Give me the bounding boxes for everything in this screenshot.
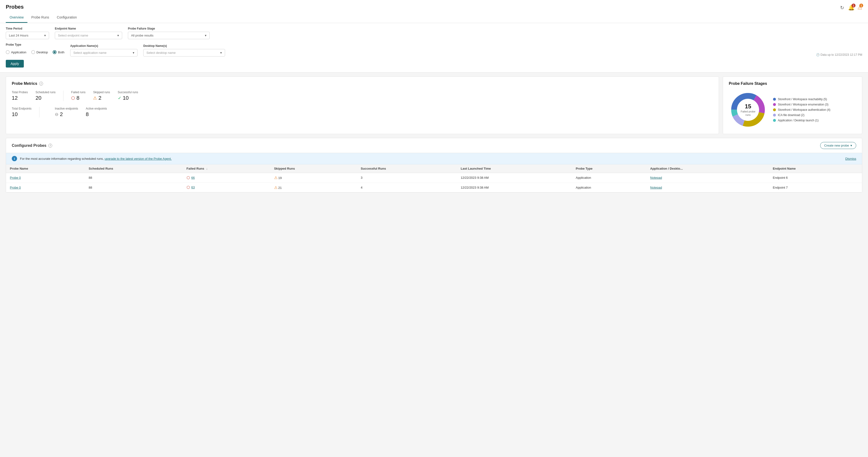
time-period-value: Last 24 Hours: [9, 34, 28, 37]
th-probe-type[interactable]: Probe Type: [572, 164, 646, 173]
app-desktop-link-1[interactable]: Notepad: [650, 186, 662, 189]
probe-failure-stage-label: Probe Failure Stage: [128, 27, 210, 30]
desktop-names-chevron: ▾: [220, 51, 222, 55]
configured-probes-title: Configured Probes: [12, 143, 46, 148]
scheduled-runs-value: 20: [36, 95, 56, 101]
probe-failure-card: Probe Failure Stages: [723, 76, 862, 134]
application-names-select[interactable]: Select application name ▾: [70, 49, 137, 57]
radio-desktop[interactable]: Desktop: [31, 50, 48, 54]
time-period-label: Time Period: [6, 27, 49, 30]
th-last-launched[interactable]: Last Launched Time: [457, 164, 572, 173]
time-period-select[interactable]: Last 24 Hours ▾: [6, 32, 49, 39]
create-probe-button[interactable]: Create new probe ▾: [820, 142, 856, 149]
failed-runs-icon-1: ⬡: [187, 185, 190, 190]
refresh-button[interactable]: ↻: [839, 4, 845, 11]
radio-desktop-label: Desktop: [36, 51, 48, 54]
endpoint-name-chevron: ▾: [117, 34, 119, 37]
skipped-runs-icon-1: ⚠: [274, 186, 277, 190]
nav-tabs: Overview Probe Runs Configuration: [6, 13, 862, 23]
cell-failed-runs-1: ⬡ 63: [183, 183, 270, 192]
th-endpoint-name[interactable]: Endpoint Name: [769, 164, 862, 173]
app-desktop-link-0[interactable]: Notepad: [650, 176, 662, 179]
metrics-stats-row2: Total Endpoints 10 Inactive endpoints ⊖ …: [12, 107, 713, 118]
legend-item-4: Application / Desktop launch (1): [773, 119, 831, 122]
stat-failed-runs: Failed runs ⬡ 8: [71, 91, 85, 101]
cell-skipped-runs-1: ⚠ 21: [270, 183, 357, 192]
stat-group-endpoints: Total Endpoints 10: [12, 107, 39, 118]
legend-item-2: Storefront / Workspace authentication (4…: [773, 108, 831, 111]
inactive-endpoints-label: Inactive endpoints: [55, 107, 78, 110]
inactive-icon: ⊖: [55, 112, 58, 117]
probe-metrics-info-icon[interactable]: i: [39, 82, 43, 86]
th-failed-runs[interactable]: Failed Runs ↓: [183, 164, 270, 173]
desktop-names-select[interactable]: Select desktop name ▾: [143, 49, 225, 57]
notifications-badge[interactable]: 🔔 1: [848, 5, 855, 11]
legend-dot-1: [773, 103, 776, 106]
tab-overview[interactable]: Overview: [6, 13, 27, 23]
metrics-row: Probe Metrics i Total Probes 12 Schedule…: [6, 76, 862, 134]
probe-failure-stage-select[interactable]: All probe results ▾: [128, 32, 210, 39]
info-banner-dismiss[interactable]: Dismiss: [845, 157, 857, 161]
content-area: Probe Metrics i Total Probes 12 Schedule…: [0, 72, 868, 197]
th-scheduled-runs[interactable]: Scheduled Runs: [85, 164, 183, 173]
inactive-endpoints-value: ⊖ 2: [55, 111, 78, 118]
desktop-names-label: Desktop Name(s): [143, 44, 225, 47]
info-banner-link[interactable]: upgrade to the latest version of the Pro…: [104, 157, 172, 161]
cell-probe-name-1: Probe 0: [6, 183, 85, 192]
tab-probe-runs[interactable]: Probe Runs: [27, 13, 53, 23]
radio-both[interactable]: Both: [53, 50, 64, 54]
th-probe-name[interactable]: Probe Name: [6, 164, 85, 173]
radio-application[interactable]: Application: [6, 50, 26, 54]
application-names-label: Application Name(s): [70, 44, 137, 47]
clock-icon: 🕐: [816, 53, 820, 57]
legend-label-1: Storefront / Workspace enumeration (3): [778, 103, 829, 106]
configured-probes-info-icon[interactable]: i: [48, 144, 52, 148]
apply-button[interactable]: Apply: [6, 60, 24, 67]
donut-label: Failed probe runs: [738, 110, 757, 117]
probe-name-link-0[interactable]: Probe 0: [10, 176, 21, 179]
cell-successful-runs-1: 4: [357, 183, 457, 192]
successful-runs-value: ✓ 10: [118, 95, 138, 101]
endpoint-name-placeholder: Select endpoint name: [58, 34, 88, 37]
probe-name-link-1[interactable]: Probe 0: [10, 186, 21, 189]
donut-chart: 15 Failed probe runs: [729, 91, 767, 129]
cell-scheduled-runs-0: 88: [85, 173, 183, 183]
table-row: Probe 0 88 ⬡ 63 ⚠ 21 4 12/22/2023 9:38 A…: [6, 183, 862, 192]
failed-runs-link-0[interactable]: 66: [191, 176, 195, 179]
skipped-icon: ⚠: [93, 95, 97, 101]
create-probe-chevron: ▾: [850, 144, 852, 147]
stat-scheduled-runs: Scheduled runs 20: [36, 91, 56, 101]
endpoint-name-filter: Endpoint Name Select endpoint name ▾: [55, 27, 122, 39]
probe-type-radio-group: Application Desktop Both: [6, 48, 64, 57]
endpoint-name-label: Endpoint Name: [55, 27, 122, 30]
time-period-filter: Time Period Last 24 Hours ▾: [6, 27, 49, 39]
scheduled-runs-label: Scheduled runs: [36, 91, 56, 94]
legend-item-3: ICA file download (2): [773, 113, 831, 117]
endpoint-name-select[interactable]: Select endpoint name ▾: [55, 32, 122, 39]
th-probe-type-label: Probe Type: [576, 167, 593, 170]
th-app-desktop[interactable]: Application / Deskto...: [646, 164, 769, 173]
tab-configuration[interactable]: Configuration: [53, 13, 81, 23]
section-header: Configured Probes i Create new probe ▾: [6, 138, 862, 153]
sort-icon-failed: ↓: [206, 167, 208, 170]
failed-runs-link-1[interactable]: 63: [191, 186, 195, 189]
cell-scheduled-runs-1: 88: [85, 183, 183, 192]
probe-metrics-title: Probe Metrics i: [12, 81, 713, 86]
application-names-filter: Application Name(s) Select application n…: [70, 44, 137, 57]
th-skipped-runs[interactable]: Skipped Runs: [270, 164, 357, 173]
skipped-runs-label: Skipped runs: [93, 91, 110, 94]
table-container: Probe Name Scheduled Runs Failed Runs ↓ …: [6, 164, 862, 192]
cell-app-desktop-0: Notepad: [646, 173, 769, 183]
cell-probe-type-1: Application: [572, 183, 646, 192]
section-title: Configured Probes i: [12, 143, 52, 148]
legend-label-2: Storefront / Workspace authentication (4…: [778, 108, 831, 111]
alerts-badge[interactable]: ⚠ 1: [858, 5, 862, 11]
legend-dot-2: [773, 108, 776, 111]
create-probe-label: Create new probe: [824, 144, 849, 147]
cell-probe-type-0: Application: [572, 173, 646, 183]
failed-runs-label: Failed runs: [71, 91, 85, 94]
info-banner-text: For the most accurate information regard…: [20, 157, 842, 161]
time-period-chevron: ▾: [44, 34, 46, 37]
stat-total-probes: Total Probes 12: [12, 91, 28, 101]
th-successful-runs[interactable]: Successful Runs: [357, 164, 457, 173]
